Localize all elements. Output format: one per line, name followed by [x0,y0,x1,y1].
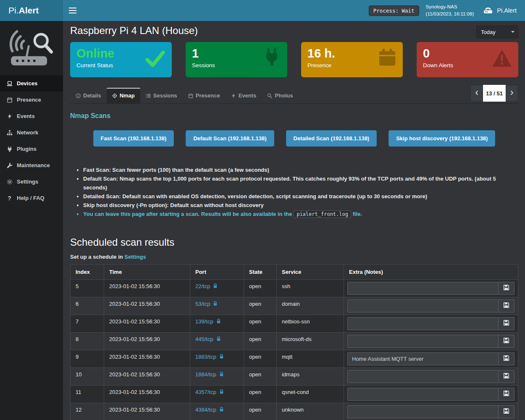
cell-index: 5 [71,279,104,297]
note-input[interactable] [347,282,499,295]
sidebar-item-label: Presence [17,97,41,103]
table-header-row: Index Time Port State Service Extra (Not… [71,264,518,279]
tab-label: Details [83,92,101,99]
brand-logo[interactable]: Pi.Alert [0,0,63,21]
prev-device-button[interactable] [470,85,483,102]
tab-presence[interactable]: Presence [183,88,226,103]
cell-time: 2023-01-02 15:56:30 [104,368,190,385]
port-link[interactable]: 139/tcp [195,318,213,325]
cell-notes [344,368,518,385]
laptop-icon [6,80,13,87]
save-note-button[interactable] [499,352,514,365]
note-input[interactable] [347,405,499,418]
lock-icon [219,407,224,413]
time-range-select[interactable]: Today [476,26,518,38]
next-device-button[interactable] [506,85,518,102]
sidebar-item-devices[interactable]: Devices [0,75,63,92]
port-link[interactable]: 445/tcp [195,336,213,342]
bolt-icon [231,93,236,98]
tab-details[interactable]: Details [70,88,107,103]
nmap-scan-button[interactable]: Fast Scan (192.168.1.138) [93,130,174,147]
device-pagination: 13 / 51 [470,85,518,102]
note-input[interactable] [347,370,499,383]
card-current-status[interactable]: Online Current Status [70,42,172,77]
cell-state: open [244,403,277,420]
question-icon: ? [6,195,13,201]
device-tabs: Details Nmap Sessions Presence Events Ph… [70,88,518,104]
save-note-button[interactable] [499,317,514,330]
user-label: Pi.Alert [497,7,517,14]
chevron-right-icon [509,90,514,97]
port-link[interactable]: 4384/tcp [195,407,216,413]
table-row: 8 2023-01-02 15:56:30 445/tcp open micro… [71,332,518,350]
save-note-button[interactable] [499,388,514,401]
bolt-icon [6,113,13,119]
tab-events[interactable]: Events [226,88,262,103]
lock-icon [219,354,224,360]
sidebar-toggle-button[interactable] [63,0,82,21]
nmap-scan-button[interactable]: Default Scan (192.168.1.138) [186,130,274,147]
save-note-button[interactable] [499,299,514,312]
nmap-scan-button[interactable]: Detailed Scan (192.168.1.138) [286,130,377,147]
save-note-button[interactable] [499,282,514,295]
sidebar-item-events[interactable]: Events [0,108,63,124]
lock-icon [216,319,221,325]
sidebar-item-settings[interactable]: Settings [0,173,63,190]
cell-state: open [244,315,277,332]
cell-service: domain [277,297,344,315]
main-content: Raspberry Pi 4 LAN (House) Today Online … [63,21,525,420]
save-note-button[interactable] [499,370,514,383]
table-row: 9 2023-01-02 15:56:30 1883/tcp open mqtt [71,350,518,368]
lock-icon [213,284,218,290]
cell-notes [344,297,518,315]
port-link[interactable]: 22/tcp [195,283,210,289]
sidebar-item-help[interactable]: ? Help / FAQ [0,190,63,206]
sidebar-item-presence[interactable]: Presence [0,92,63,108]
port-link[interactable]: 1883/tcp [195,354,216,360]
card-presence[interactable]: 16 h. Presence [301,42,403,77]
card-sessions[interactable]: 1 Sessions [186,42,287,77]
floppy-save-icon [503,408,509,415]
tab-pholus[interactable]: Pholus [262,88,298,103]
port-link[interactable]: 4357/tcp [195,389,216,395]
sidebar-item-maintenance[interactable]: Maintenance [0,157,63,173]
floppy-save-icon [503,373,509,380]
user-menu[interactable]: Pi.Alert [480,6,519,16]
note-input[interactable] [347,299,499,312]
nmap-scans-heading: Nmap Scans [70,112,518,120]
cell-state: open [244,332,277,350]
tab-nmap[interactable]: Nmap [107,88,140,103]
process-status-badge: Process: Wait [369,5,419,16]
sidebar-item-plugins[interactable]: Plugins [0,141,63,157]
port-link[interactable]: 53/tcp [195,301,210,307]
note-input[interactable] [347,352,499,365]
sidebar-item-network[interactable]: Network [0,124,63,141]
cell-index: 11 [71,385,104,403]
sitemap-icon [6,129,13,136]
sidebar: Devices Presence Events Network Plugins … [0,21,63,420]
sidebar-item-label: Maintenance [17,162,50,168]
plug-icon [262,48,281,69]
calendar-icon [378,48,397,69]
save-note-button[interactable] [499,335,514,348]
leave-note-text: You can leave this page after starting a… [83,211,292,217]
port-link[interactable]: 1884/tcp [195,371,216,378]
cell-state: open [244,279,277,297]
sidebar-item-label: Help / FAQ [17,195,45,201]
table-row: 11 2023-01-02 15:56:30 4357/tcp open qsn… [71,385,518,403]
note-input[interactable] [347,388,499,401]
note-input[interactable] [347,317,499,330]
brand-light: Pi. [8,5,19,16]
save-note-button[interactable] [499,405,514,418]
calendar-icon [6,97,13,103]
note-input[interactable] [347,335,499,348]
cell-port: 53/tcp [190,297,244,315]
column-header-service: Service [277,264,344,279]
cell-index: 12 [71,403,104,420]
tab-sessions[interactable]: Sessions [140,88,183,103]
cell-service: idmaps [277,368,344,385]
sidebar-item-label: Devices [17,80,37,87]
card-down-alerts[interactable]: 0 Down Alerts [417,42,518,77]
settings-link[interactable]: Settings [124,254,146,260]
nmap-scan-button[interactable]: Skip host discovery (192.168.1.138) [388,130,495,147]
